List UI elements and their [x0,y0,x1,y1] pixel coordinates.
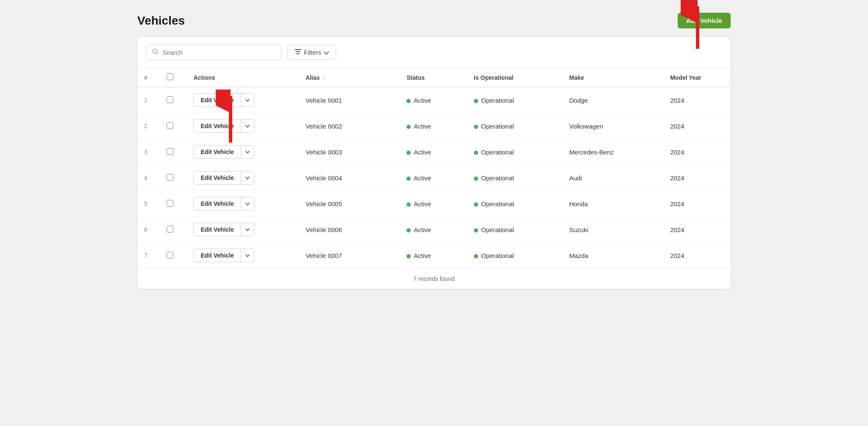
row-alias: Vehicle 0001 [299,87,400,113]
status-dot [406,228,411,233]
row-operational: Operational [467,243,562,269]
row-checkbox-cell[interactable] [160,87,187,113]
edit-vehicle-dropdown[interactable] [241,197,254,210]
table-row: 2 Edit Vehicle Vehicle 0002 Active [137,113,731,139]
row-operational: Operational [467,113,562,139]
row-checkbox-cell[interactable] [160,113,187,139]
edit-vehicle-dropdown[interactable] [241,145,254,159]
row-actions: Edit Vehicle [186,139,299,165]
row-checkbox[interactable] [167,96,173,103]
edit-vehicle-dropdown[interactable] [241,249,254,262]
row-year: 2024 [663,243,731,269]
row-checkbox[interactable] [167,122,173,129]
row-status: Active [400,191,467,217]
row-year: 2024 [663,217,731,243]
row-make: Dodge [562,87,663,113]
status-dot [406,202,411,207]
chevron-down-icon [324,49,329,56]
status-dot [406,177,411,181]
row-num: 4 [137,165,160,191]
table-row: 6 Edit Vehicle Vehicle 0006 Active [137,217,731,243]
search-wrapper [146,45,281,60]
filters-button[interactable]: Filters [287,45,336,60]
sort-icon: ↑ [323,75,326,81]
edit-vehicle-dropdown[interactable] [241,171,254,185]
row-num: 1 [137,87,160,113]
row-alias: Vehicle 0004 [299,165,400,191]
status-dot [406,254,411,258]
row-year: 2024 [663,165,731,191]
operational-dot [474,228,478,233]
add-vehicle-button[interactable]: Add Vehicle [678,13,731,28]
col-header-make: Make [562,68,663,87]
operational-dot [474,202,478,207]
row-checkbox-cell[interactable] [160,243,187,269]
edit-vehicle-button[interactable]: Edit Vehicle [193,93,241,107]
edit-vehicle-dropdown[interactable] [241,93,254,107]
row-alias: Vehicle 0002 [299,113,400,139]
row-num: 7 [137,243,160,269]
row-checkbox-cell[interactable] [160,165,187,191]
filters-label: Filters [304,49,321,56]
page-title: Vehicles [137,14,185,28]
status-dot [406,125,411,129]
row-status: Active [400,139,467,165]
row-status: Active [400,243,467,269]
row-actions: Edit Vehicle [186,191,299,217]
edit-vehicle-dropdown[interactable] [241,119,254,133]
row-checkbox[interactable] [167,148,173,155]
row-num: 3 [137,139,160,165]
col-header-actions: Actions [186,68,299,87]
operational-dot [474,151,478,155]
row-alias: Vehicle 0003 [299,139,400,165]
operational-dot [474,99,478,103]
table-row: 5 Edit Vehicle Vehicle 0005 Active [137,191,731,217]
search-input[interactable] [162,49,275,56]
edit-vehicle-dropdown[interactable] [241,223,254,236]
row-status: Active [400,217,467,243]
operational-dot [474,125,478,129]
search-icon [152,48,159,56]
vehicles-table: # Actions Alias ↑ Status Is Operational … [137,68,731,268]
row-checkbox-cell[interactable] [160,217,187,243]
edit-vehicle-button[interactable]: Edit Vehicle [193,249,241,262]
table-row: 7 Edit Vehicle Vehicle 0007 Active [137,243,731,269]
edit-vehicle-button[interactable]: Edit Vehicle [193,171,241,185]
table-row: 1 Edit Vehicle Vehicle 0001 Active [137,87,731,113]
row-status: Active [400,165,467,191]
row-checkbox-cell[interactable] [160,139,187,165]
edit-vehicle-button[interactable]: Edit Vehicle [193,119,241,133]
svg-line-3 [157,53,159,55]
status-dot [406,99,411,103]
row-make: Mazda [562,243,663,269]
edit-vehicle-button[interactable]: Edit Vehicle [193,145,241,159]
operational-dot [474,177,478,181]
operational-dot [474,254,478,258]
records-count: 7 records found [137,268,731,289]
edit-vehicle-button[interactable]: Edit Vehicle [193,223,241,236]
col-header-alias: Alias ↑ [299,68,400,87]
row-actions: Edit Vehicle [186,243,299,269]
row-make: Suzuki [562,217,663,243]
edit-vehicle-button[interactable]: Edit Vehicle [193,197,241,210]
row-checkbox[interactable] [167,226,173,233]
select-all-checkbox[interactable] [167,73,173,80]
col-header-year: Model Year [663,68,731,87]
row-year: 2024 [663,87,731,113]
row-checkbox[interactable] [167,174,173,181]
row-checkbox-cell[interactable] [160,191,187,217]
col-header-status: Status [400,68,467,87]
row-year: 2024 [663,191,731,217]
row-checkbox[interactable] [167,252,173,258]
row-make: Volkswagen [562,113,663,139]
col-header-operational: Is Operational [467,68,562,87]
table-row: 3 Edit Vehicle Vehicle 0003 Active [137,139,731,165]
row-year: 2024 [663,139,731,165]
status-dot [406,151,411,155]
row-operational: Operational [467,165,562,191]
row-alias: Vehicle 0006 [299,217,400,243]
row-checkbox[interactable] [167,200,173,207]
row-status: Active [400,87,467,113]
col-header-checkbox[interactable] [160,68,187,87]
row-actions: Edit Vehicle [186,165,299,191]
